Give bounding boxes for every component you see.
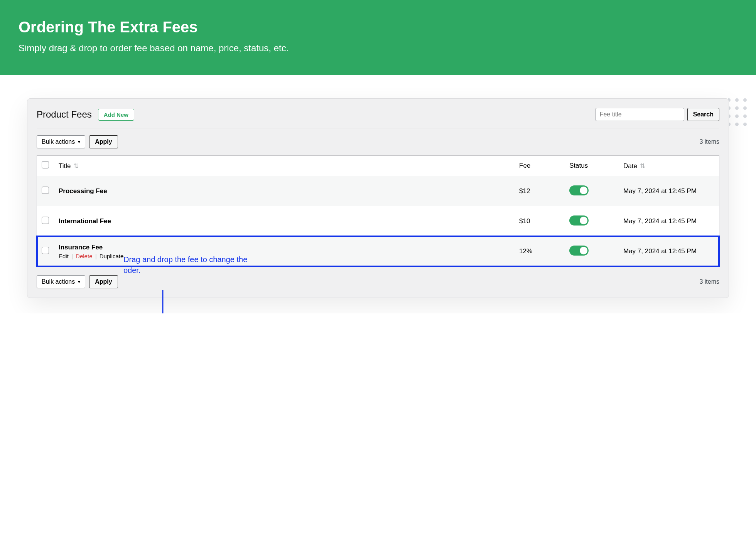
row-title[interactable]: Processing Fee — [59, 187, 510, 195]
chevron-down-icon: ▾ — [78, 279, 80, 284]
bulk-actions-label: Bulk actions — [42, 138, 75, 145]
apply-button-bottom[interactable]: Apply — [89, 275, 118, 288]
toolbar-top: Bulk actions ▾ Apply 3 items — [37, 135, 719, 148]
hero-subtitle: Simply drag & drop to order fee based on… — [19, 43, 737, 54]
row-fee: $12 — [515, 176, 565, 206]
bulk-actions-select[interactable]: Bulk actions ▾ — [37, 135, 85, 148]
bulk-actions-label: Bulk actions — [42, 278, 75, 285]
row-date: May 7, 2024 at 12:45 PM — [619, 236, 719, 266]
edit-link[interactable]: Edit — [59, 253, 69, 259]
sort-icon: ⇅ — [73, 162, 79, 170]
table-row[interactable]: Processing Fee $12 May 7, 2024 at 12:45 … — [37, 176, 719, 206]
decorative-dots — [727, 98, 747, 126]
status-toggle[interactable] — [569, 246, 589, 256]
panel-header: Product Fees Add New Search — [37, 108, 719, 128]
row-fee: $10 — [515, 206, 565, 236]
row-fee: 12% — [515, 236, 565, 266]
item-count-bottom: 3 items — [699, 278, 719, 285]
hero-banner: Ordering The Extra Fees Simply drag & dr… — [0, 0, 756, 75]
content-area: Product Fees Add New Search Bulk actions… — [0, 75, 756, 313]
search-button[interactable]: Search — [687, 108, 719, 121]
sort-icon: ⇅ — [640, 162, 645, 170]
row-date: May 7, 2024 at 12:45 PM — [619, 206, 719, 236]
row-checkbox[interactable] — [42, 187, 49, 194]
delete-link[interactable]: Delete — [76, 253, 92, 259]
fees-table: Title ⇅ Fee Status Date ⇅ Processing Fee… — [37, 155, 719, 267]
hero-title: Ordering The Extra Fees — [19, 19, 737, 36]
status-toggle[interactable] — [569, 185, 589, 195]
chevron-down-icon: ▾ — [78, 139, 80, 145]
search-input[interactable] — [596, 108, 684, 121]
status-toggle[interactable] — [569, 215, 589, 226]
apply-button-top[interactable]: Apply — [89, 135, 118, 148]
table-row[interactable]: International Fee $10 May 7, 2024 at 12:… — [37, 206, 719, 236]
bulk-actions-select-bottom[interactable]: Bulk actions ▾ — [37, 275, 85, 288]
row-title[interactable]: International Fee — [59, 217, 510, 225]
header-title[interactable]: Title ⇅ — [54, 156, 515, 176]
select-all-checkbox[interactable] — [42, 161, 49, 168]
row-title[interactable]: Insurance Fee — [59, 244, 510, 251]
header-status: Status — [565, 156, 619, 176]
toolbar-bottom: Bulk actions ▾ Apply 3 items — [37, 275, 719, 288]
fees-panel: Product Fees Add New Search Bulk actions… — [27, 98, 729, 298]
add-new-button[interactable]: Add New — [98, 109, 134, 121]
item-count-top: 3 items — [699, 138, 719, 145]
header-fee: Fee — [515, 156, 565, 176]
table-row-highlighted[interactable]: Insurance Fee Edit | Delete | Duplicate … — [37, 236, 719, 266]
duplicate-link[interactable]: Duplicate — [100, 253, 124, 259]
row-date: May 7, 2024 at 12:45 PM — [619, 176, 719, 206]
header-date[interactable]: Date ⇅ — [619, 156, 719, 176]
row-actions: Edit | Delete | Duplicate — [59, 253, 510, 259]
row-checkbox[interactable] — [42, 247, 49, 254]
panel-title: Product Fees — [37, 109, 92, 120]
row-checkbox[interactable] — [42, 217, 49, 224]
